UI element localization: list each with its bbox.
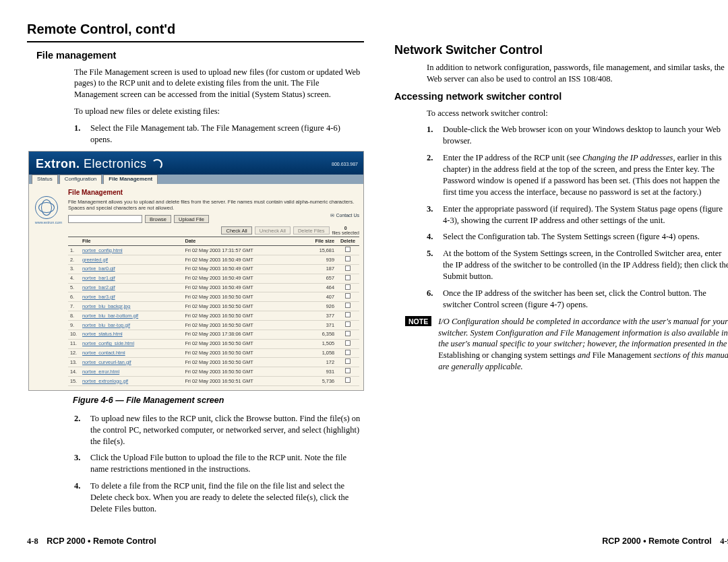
file-link[interactable]: nortxe_curveurl-tan.gif <box>80 358 183 367</box>
check-all-button[interactable]: Check All <box>221 226 251 235</box>
file-date: Fri 02 May 2003 16:50:51 GMT <box>183 377 307 386</box>
col-date: Date <box>183 237 307 246</box>
step-text: To upload new files to the RCP unit, cli… <box>90 414 360 446</box>
step-3: 3.Click the Upload File button to upload… <box>74 452 364 475</box>
page-number: 4-9 <box>720 536 728 546</box>
intro-paragraph: The File Management screen is used to up… <box>74 67 364 101</box>
delete-checkbox[interactable] <box>345 321 351 327</box>
table-row: 12.nortxe_contact.htmlFri 02 May 2003 16… <box>68 348 359 358</box>
file-link[interactable]: nortxe_config_side.html <box>80 339 183 348</box>
file-date: Fri 02 May 2003 16:50:50 GMT <box>183 321 307 330</box>
step-text: Once the IP address of the switcher has … <box>443 288 706 309</box>
row-number: 7. <box>68 302 80 311</box>
tab-file-management[interactable]: File Management <box>103 175 158 184</box>
row-number: 11. <box>68 339 80 348</box>
file-link[interactable]: greenled.gif <box>80 255 183 265</box>
delete-checkbox[interactable] <box>345 247 351 252</box>
browse-button[interactable]: Browse <box>145 215 171 223</box>
rstep-6: 6.Once the IP address of the switcher ha… <box>427 288 728 311</box>
file-link[interactable]: nortxe_status.html <box>80 330 183 339</box>
row-number: 5. <box>68 283 80 292</box>
file-path-input[interactable] <box>68 215 142 223</box>
row-number: 6. <box>68 292 80 302</box>
upload-controls: Browse Upload File <box>68 215 359 223</box>
delete-cell <box>336 302 359 311</box>
file-link[interactable]: nortxe_error.html <box>80 367 183 377</box>
delete-checkbox[interactable] <box>345 303 351 308</box>
delete-checkbox[interactable] <box>345 368 351 373</box>
delete-cell <box>336 274 359 283</box>
delete-files-button[interactable]: Delete Files <box>293 226 330 235</box>
delete-cell <box>336 358 359 367</box>
row-number: 2. <box>68 255 80 265</box>
step-text: Click the Upload File button to upload t… <box>90 453 346 474</box>
delete-checkbox[interactable] <box>345 377 351 383</box>
file-date: Fri 02 May 2003 17:31:57 GMT <box>183 246 307 255</box>
file-size: 1,505 <box>307 339 336 348</box>
delete-cell <box>336 367 359 377</box>
file-link[interactable]: nortxe_blu_bar-bottom.gif <box>80 311 183 321</box>
step-2: 2.To upload new files to the RCP unit, c… <box>74 413 364 447</box>
delete-checkbox[interactable] <box>345 284 351 290</box>
step-text: Select the Configuration tab. The System… <box>443 232 700 241</box>
file-date: Fri 02 May 2003 16:50:50 GMT <box>183 311 307 321</box>
file-link[interactable]: nortxe_bar1.gif <box>80 274 183 283</box>
rstep-5: 5.At the bottom of the System Settings s… <box>427 248 728 282</box>
figure-description: File Management allows you to upload and… <box>68 199 359 211</box>
delete-checkbox[interactable] <box>345 293 351 299</box>
tab-configuration[interactable]: Configuration <box>59 175 102 184</box>
contact-us-link[interactable]: ✉ Contact Us <box>330 212 359 218</box>
file-link[interactable]: nortxe_blu_backgr.jpg <box>80 302 183 311</box>
table-row: 5.nortxe_bar2.gifFri 02 May 2003 16:50:4… <box>68 283 359 292</box>
note-text: I/O Configuration should be completed in… <box>438 316 728 373</box>
uncheck-all-button[interactable]: Uncheck All <box>255 226 291 235</box>
file-size: 377 <box>307 311 336 321</box>
row-number: 13. <box>68 358 80 367</box>
delete-cell <box>336 311 359 321</box>
row-number: 15. <box>68 377 80 386</box>
company-url: www.extron.com <box>35 220 62 225</box>
file-link[interactable]: nortxe_config.html <box>80 246 183 255</box>
table-row: 15.nortxe_extronlogo.gifFri 02 May 2003 … <box>68 377 359 386</box>
delete-cell <box>336 377 359 386</box>
table-row: 4.nortxe_bar1.gifFri 02 May 2003 16:50:4… <box>68 274 359 283</box>
rstep-3: 3.Enter the appropriate password (if req… <box>427 204 728 226</box>
file-link[interactable]: nortxe_blu_bar-top.gif <box>80 321 183 330</box>
right-intro: In addition to network configuration, pa… <box>427 62 728 85</box>
file-link[interactable]: nortxe_extronlogo.gif <box>80 377 183 386</box>
figure-header: Extron. Electronics 800.633.987 <box>29 152 363 175</box>
delete-checkbox[interactable] <box>345 350 351 355</box>
delete-checkbox[interactable] <box>345 275 351 280</box>
row-number: 3. <box>68 264 80 274</box>
file-link[interactable]: nortxe_contact.html <box>80 348 183 358</box>
file-link[interactable]: nortxe_bar0.gif <box>80 264 183 274</box>
file-date: Fri 02 May 2003 16:50:50 GMT <box>183 302 307 311</box>
section-network-switcher: Network Switcher Control <box>394 42 728 58</box>
col-delete: Delete <box>336 237 359 246</box>
delete-checkbox[interactable] <box>345 331 351 336</box>
delete-cell <box>336 348 359 358</box>
delete-cell <box>336 292 359 302</box>
row-number: 4. <box>68 274 80 283</box>
delete-checkbox[interactable] <box>345 312 351 317</box>
footer-product: RCP 2000 • Remote Control <box>602 536 712 546</box>
table-row: 3.nortxe_bar0.gifFri 02 May 2003 16:50:4… <box>68 264 359 274</box>
file-size: 172 <box>307 358 336 367</box>
delete-checkbox[interactable] <box>345 340 351 346</box>
step-text: To delete a file from the RCP unit, find… <box>90 481 348 513</box>
delete-checkbox[interactable] <box>345 358 351 364</box>
file-date: Fri 02 May 2003 16:50:50 GMT <box>183 367 307 377</box>
tab-status[interactable]: Status <box>32 175 58 184</box>
rule-divider <box>27 41 364 42</box>
delete-checkbox[interactable] <box>345 266 351 271</box>
rstep-2: 2. Enter the IP address of the RCP unit … <box>427 152 728 198</box>
table-row: 11.nortxe_config_side.htmlFri 02 May 200… <box>68 339 359 348</box>
file-date: Fri 02 May 2003 16:50:49 GMT <box>183 283 307 292</box>
col-blank <box>68 237 80 246</box>
upload-file-button[interactable]: Upload File <box>174 215 209 223</box>
file-link[interactable]: nortxe_bar3.gif <box>80 292 183 302</box>
file-link[interactable]: nortxe_bar2.gif <box>80 283 183 292</box>
file-size: 657 <box>307 274 336 283</box>
row-number: 10. <box>68 330 80 339</box>
delete-checkbox[interactable] <box>345 256 351 261</box>
